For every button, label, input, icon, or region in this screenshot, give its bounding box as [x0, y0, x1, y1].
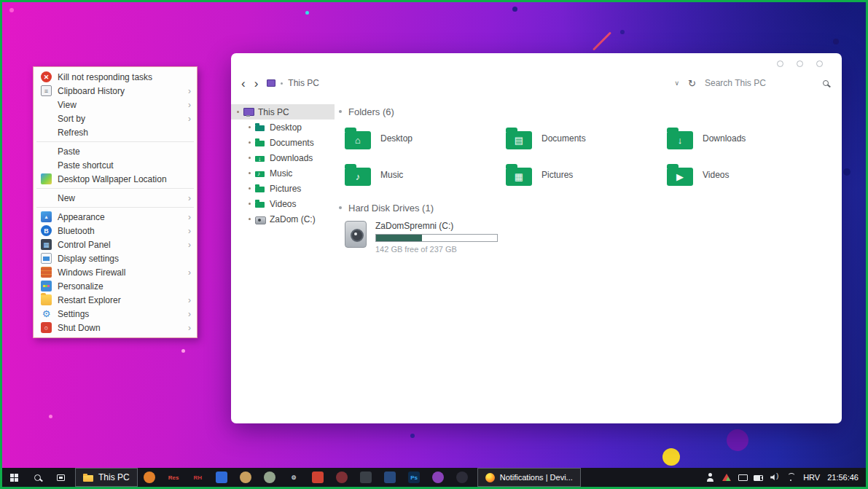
- titlebar[interactable]: [231, 53, 842, 72]
- tree-bullet-icon[interactable]: [249, 141, 251, 144]
- control-panel[interactable]: Control Panel: [34, 238, 197, 251]
- tree-bullet-icon[interactable]: [249, 157, 251, 159]
- tree-bullet-icon[interactable]: [249, 172, 251, 174]
- breadcrumb-label: This PC: [288, 78, 319, 88]
- task-view-button[interactable]: [49, 468, 72, 487]
- notifications-window-button[interactable]: Notifications | Devi...: [477, 468, 581, 487]
- menu-item-label: Clipboard History: [58, 86, 125, 96]
- app-photoshop[interactable]: Ps: [402, 468, 426, 487]
- restart-explorer[interactable]: Restart Explorer: [34, 293, 197, 307]
- battery-icon[interactable]: [754, 472, 764, 482]
- app-red-tool[interactable]: [306, 468, 330, 487]
- tree-item[interactable]: Downloads: [231, 150, 335, 165]
- start-button[interactable]: [2, 468, 26, 487]
- bluetooth[interactable]: Bluetooth: [34, 224, 197, 238]
- tree-bullet-icon[interactable]: [249, 187, 251, 189]
- app-dark-square[interactable]: [354, 468, 378, 487]
- refresh[interactable]: Refresh: [34, 125, 197, 139]
- folder-label: Documents: [541, 133, 586, 144]
- search-icon[interactable]: [823, 80, 829, 86]
- tree-bullet-icon[interactable]: [237, 111, 239, 113]
- app-maroon-circle[interactable]: [330, 468, 354, 487]
- taskbar-this-pc-button[interactable]: This PC: [75, 468, 138, 487]
- tree-item[interactable]: Desktop: [231, 120, 335, 135]
- wallpaper-streak: [593, 31, 611, 50]
- new[interactable]: New: [34, 191, 197, 205]
- tree-item[interactable]: Documents: [231, 135, 335, 150]
- clipboard-history[interactable]: Clipboard History: [34, 84, 197, 98]
- folder-label: Desktop: [380, 133, 413, 144]
- maximize-button[interactable]: [797, 60, 803, 67]
- breadcrumb[interactable]: This PC: [267, 78, 319, 88]
- taskbar-search-button[interactable]: [26, 468, 49, 487]
- language-indicator[interactable]: HRV: [803, 473, 820, 482]
- app-navy-square[interactable]: [378, 468, 402, 487]
- view[interactable]: View: [34, 98, 197, 112]
- display-tray-icon[interactable]: [738, 472, 748, 482]
- menu-item-icon: [41, 85, 52, 96]
- menu-item-icon: [41, 113, 52, 124]
- appearance[interactable]: Appearance: [34, 210, 197, 224]
- settings[interactable]: Settings: [34, 307, 197, 321]
- personalize[interactable]: Personalize: [34, 279, 197, 293]
- windows-firewall[interactable]: Windows Firewall: [34, 265, 197, 279]
- menu-item-icon: [41, 160, 52, 171]
- sort-by[interactable]: Sort by: [34, 112, 197, 125]
- tree-bullet-icon[interactable]: [249, 203, 251, 205]
- shut-down[interactable]: Shut Down: [34, 321, 197, 335]
- app-icon: [240, 472, 251, 483]
- display-settings[interactable]: Display settings: [34, 251, 197, 265]
- desktop-wallpaper-location[interactable]: Desktop Wallpaper Location: [34, 172, 197, 186]
- chevron-down-icon[interactable]: ∨: [675, 79, 680, 87]
- folder-tile[interactable]: ▶ Videos: [667, 161, 828, 189]
- menu-item-label: View: [58, 100, 77, 110]
- section-collapse-icon[interactable]: [339, 206, 342, 209]
- tree-item[interactable]: ZaDom (C:): [231, 211, 335, 227]
- folder-tile[interactable]: ▦ Pictures: [506, 161, 667, 189]
- search-input[interactable]: Search This PC: [705, 78, 830, 88]
- app-tan-circle[interactable]: [234, 468, 258, 487]
- tree-item[interactable]: Pictures: [231, 181, 335, 196]
- folder-tile[interactable]: ↓ Downloads: [667, 125, 828, 152]
- app-icon: Ps: [408, 472, 420, 483]
- folder-tile[interactable]: ▤ Documents: [506, 125, 667, 152]
- menu-item-icon: [41, 127, 52, 138]
- app-orange-globe[interactable]: [138, 468, 162, 487]
- tree-item[interactable]: Videos: [231, 196, 335, 211]
- folder-tile[interactable]: ♪ Music: [345, 161, 506, 189]
- app-sage-circle[interactable]: [258, 468, 282, 487]
- tree-item[interactable]: Music: [231, 165, 335, 181]
- refresh-icon[interactable]: ↻: [688, 78, 696, 89]
- people-icon[interactable]: [705, 472, 716, 482]
- volume-icon[interactable]: [770, 472, 780, 482]
- tree-bullet-icon[interactable]: [249, 218, 251, 220]
- section-header-folders[interactable]: Folders (6): [339, 104, 842, 119]
- paste[interactable]: Paste: [34, 144, 197, 158]
- folder-view: Folders (6) ⌂ Desktop: [335, 94, 842, 423]
- section-collapse-icon[interactable]: [339, 110, 342, 113]
- minimize-button[interactable]: [777, 60, 783, 67]
- forward-button[interactable]: ›: [254, 77, 259, 90]
- folder-tile[interactable]: ⌂ Desktop: [345, 125, 506, 152]
- paste-shortcut[interactable]: Paste shortcut: [34, 158, 197, 172]
- folder-icon: ▶: [667, 168, 693, 186]
- section-header-drives[interactable]: Hard Disk Drives (1): [339, 200, 842, 215]
- app-purple-circle[interactable]: [426, 468, 450, 487]
- drive-item[interactable]: ZaDomSpremni (C:) 142 GB free of 237 GB: [345, 221, 842, 254]
- network-icon[interactable]: [786, 472, 796, 482]
- gpu-tray-icon[interactable]: [722, 472, 732, 482]
- app-icon: [216, 472, 227, 483]
- tree-bullet-icon[interactable]: [249, 126, 251, 128]
- app-rh[interactable]: RH: [186, 468, 210, 487]
- kill-not-responding-tasks[interactable]: Kill not responding tasks: [34, 70, 197, 84]
- back-button[interactable]: ‹: [241, 77, 246, 90]
- app-blue-tool[interactable]: [210, 468, 234, 487]
- app-icon: Res: [168, 472, 179, 483]
- clock[interactable]: 21:56:46: [827, 473, 859, 482]
- app-icon: [264, 472, 275, 483]
- app-gear[interactable]: ⚙: [282, 468, 306, 487]
- tree-item[interactable]: This PC: [231, 104, 335, 120]
- close-button[interactable]: [816, 60, 823, 67]
- app-res[interactable]: Res: [162, 468, 186, 487]
- app-dark-circle[interactable]: [450, 468, 474, 487]
